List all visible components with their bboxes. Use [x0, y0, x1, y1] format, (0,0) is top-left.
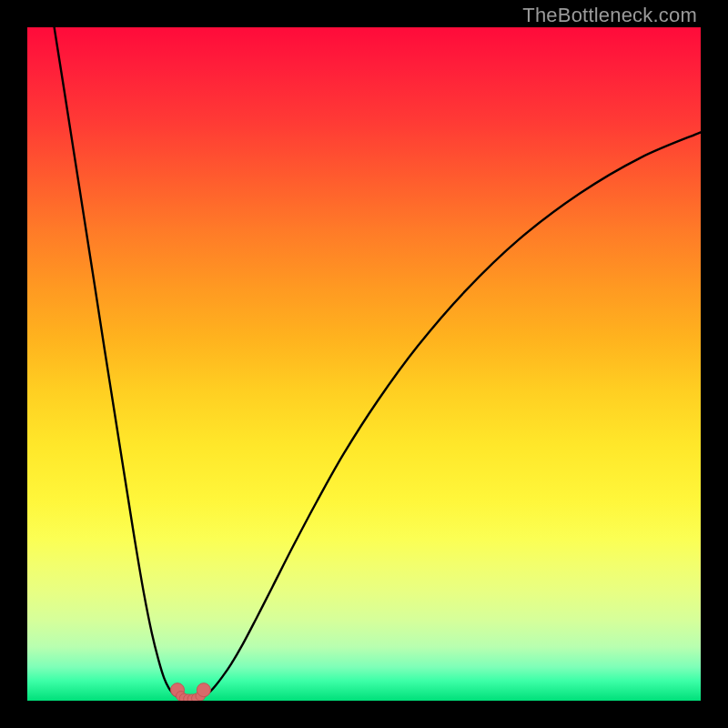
- plot-area: [27, 27, 701, 701]
- valley-marker: [197, 683, 210, 697]
- chart-svg: [27, 27, 701, 701]
- valley-markers-group: [171, 683, 211, 701]
- curve-right-branch: [202, 132, 701, 697]
- curve-left-branch: [55, 27, 179, 697]
- chart-frame: TheBottleneck.com: [0, 0, 728, 728]
- watermark-text: TheBottleneck.com: [522, 4, 697, 27]
